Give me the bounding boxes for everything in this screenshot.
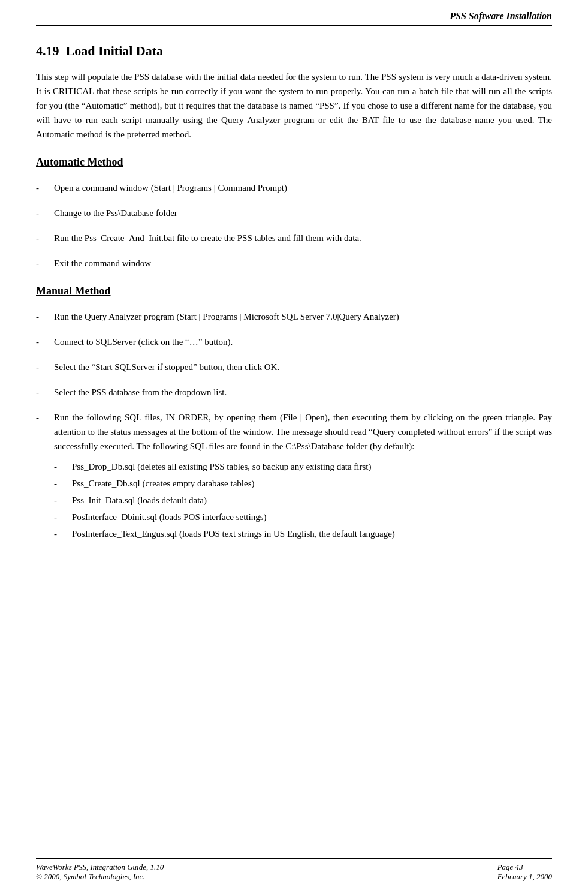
manual-method-heading: Manual Method xyxy=(36,285,552,297)
automatic-method-heading: Automatic Method xyxy=(36,156,552,169)
sub-list-item: - PosInterface_Text_Engus.sql (loads POS… xyxy=(54,527,552,541)
list-item-text: Open a command window (Start | Programs … xyxy=(54,181,552,195)
page-header: PSS Software Installation xyxy=(36,0,552,26)
sub-list-item: - PosInterface_Dbinit.sql (loads POS int… xyxy=(54,510,552,524)
list-item-text: Run the Pss_Create_And_Init.bat file to … xyxy=(54,231,552,245)
list-item: - Select the PSS database from the dropd… xyxy=(36,385,552,399)
footer-left-line1: WaveWorks PSS, Integration Guide, 1.10 xyxy=(36,862,164,872)
list-item-text: Select the PSS database from the dropdow… xyxy=(54,385,552,399)
footer-date: February 1, 2000 xyxy=(497,872,552,882)
dash: - xyxy=(36,206,54,220)
list-item: - Run the Query Analyzer program (Start … xyxy=(36,309,552,324)
sub-item-text: Pss_Drop_Db.sql (deletes all existing PS… xyxy=(72,459,552,474)
dash: - xyxy=(36,309,54,324)
list-item-text: Connect to SQLServer (click on the “…” b… xyxy=(54,335,552,349)
sub-list-item: - Pss_Init_Data.sql (loads default data) xyxy=(54,493,552,507)
list-item: - Open a command window (Start | Program… xyxy=(36,181,552,195)
list-item-text: Run the following SQL files, IN ORDER, b… xyxy=(54,413,552,451)
automatic-method-list: - Open a command window (Start | Program… xyxy=(36,181,552,270)
list-item: - Run the Pss_Create_And_Init.bat file t… xyxy=(36,231,552,245)
dash: - xyxy=(36,181,54,195)
sub-dash: - xyxy=(54,527,72,541)
sub-item-text: Pss_Init_Data.sql (loads default data) xyxy=(72,493,552,507)
sub-item-text: Pss_Create_Db.sql (creates empty databas… xyxy=(72,476,552,491)
sub-dash: - xyxy=(54,459,72,474)
dash: - xyxy=(36,385,54,399)
sub-item-text: PosInterface_Text_Engus.sql (loads POS t… xyxy=(72,527,552,541)
list-item-text: Run the Query Analyzer program (Start | … xyxy=(54,309,552,324)
sub-list-item: - Pss_Drop_Db.sql (deletes all existing … xyxy=(54,459,552,474)
list-item: - Change to the Pss\Database folder xyxy=(36,206,552,220)
footer-left-line2: © 2000, Symbol Technologies, Inc. xyxy=(36,872,164,882)
sub-dash: - xyxy=(54,476,72,491)
sub-list: - Pss_Drop_Db.sql (deletes all existing … xyxy=(54,459,552,541)
footer-page-number: Page 43 xyxy=(497,862,552,872)
footer-right: Page 43 February 1, 2000 xyxy=(497,862,552,882)
sub-dash: - xyxy=(54,510,72,524)
sub-item-text: PosInterface_Dbinit.sql (loads POS inter… xyxy=(72,510,552,524)
list-item: - Connect to SQLServer (click on the “…”… xyxy=(36,335,552,349)
manual-method-list: - Run the Query Analyzer program (Start … xyxy=(36,309,552,543)
list-item: - Run the following SQL files, IN ORDER,… xyxy=(36,410,552,543)
page-footer: WaveWorks PSS, Integration Guide, 1.10 ©… xyxy=(36,858,552,882)
section-title: 4.19 Load Initial Data xyxy=(36,43,552,59)
dash: - xyxy=(36,256,54,270)
header-title: PSS Software Installation xyxy=(450,11,552,22)
dash: - xyxy=(36,360,54,374)
list-item-content: Run the following SQL files, IN ORDER, b… xyxy=(54,410,552,543)
list-item: - Exit the command window xyxy=(36,256,552,270)
dash: - xyxy=(36,410,54,543)
sub-list-item: - Pss_Create_Db.sql (creates empty datab… xyxy=(54,476,552,491)
footer-left: WaveWorks PSS, Integration Guide, 1.10 ©… xyxy=(36,862,164,882)
dash: - xyxy=(36,335,54,349)
sub-dash: - xyxy=(54,493,72,507)
list-item-text: Change to the Pss\Database folder xyxy=(54,206,552,220)
page-container: PSS Software Installation 4.19 Load Init… xyxy=(0,0,588,896)
list-item-text: Exit the command window xyxy=(54,256,552,270)
list-item: - Select the “Start SQLServer if stopped… xyxy=(36,360,552,374)
section-number: 4.19 xyxy=(36,43,59,58)
intro-paragraph: This step will populate the PSS database… xyxy=(36,70,552,142)
section-heading: Load Initial Data xyxy=(66,43,164,58)
list-item-text: Select the “Start SQLServer if stopped” … xyxy=(54,360,552,374)
dash: - xyxy=(36,231,54,245)
